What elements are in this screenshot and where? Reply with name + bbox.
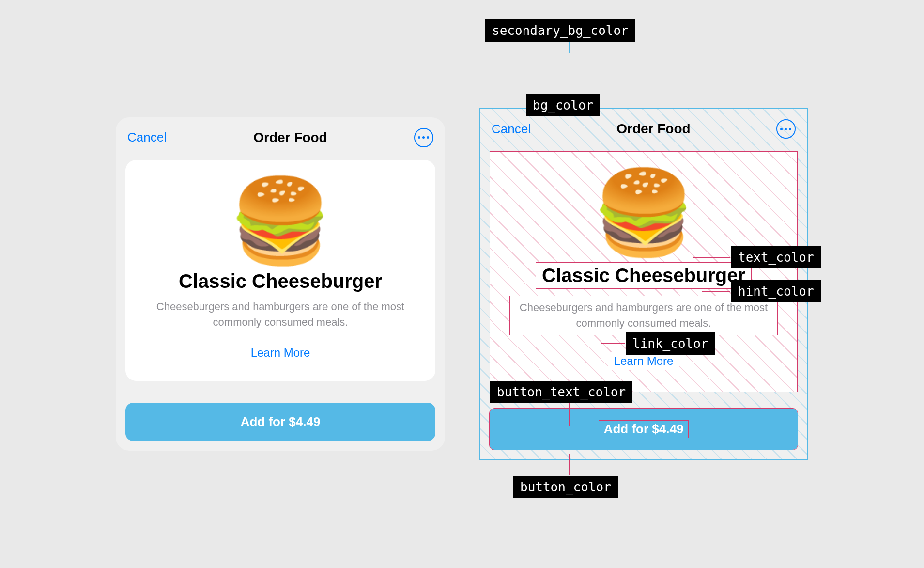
add-button-label: Add for $4.49 <box>599 420 689 438</box>
footer: Add for $4.49 <box>116 393 445 451</box>
product-description: Cheeseburgers and hamburgers are one of … <box>145 299 416 330</box>
product-card: 🍔 Classic Cheeseburger Cheeseburgers and… <box>125 160 435 381</box>
more-icon[interactable] <box>776 119 796 139</box>
add-button[interactable]: Add for $4.49 <box>125 403 435 441</box>
leader-line <box>601 343 625 344</box>
leader-line <box>569 403 570 426</box>
page-title: Order Food <box>616 121 690 137</box>
footer: Add for $4.49 <box>480 404 807 459</box>
more-icon[interactable] <box>414 128 433 147</box>
topbar: Cancel Order Food <box>116 117 445 154</box>
leader-line <box>693 257 730 258</box>
leader-line <box>569 454 570 475</box>
burger-icon: 🍔 <box>592 171 695 253</box>
learn-more-link[interactable]: Learn More <box>251 346 310 360</box>
cancel-button[interactable]: Cancel <box>127 130 167 145</box>
annotation-text: text_color <box>731 246 821 268</box>
add-button-label: Add for $4.49 <box>241 414 321 429</box>
page-title: Order Food <box>253 130 327 145</box>
annotation-secondary-bg: secondary_bg_color <box>485 19 635 42</box>
annotation-button-text: button_text_color <box>490 381 632 403</box>
product-title: Classic Cheeseburger <box>179 270 382 292</box>
leader-line <box>569 41 570 53</box>
annotation-link: link_color <box>626 332 715 355</box>
annotation-bg: bg_color <box>526 94 600 116</box>
annotation-hint: hint_color <box>731 280 821 302</box>
burger-icon: 🍔 <box>229 179 332 262</box>
leader-line <box>702 291 730 292</box>
annotation-button: button_color <box>513 476 618 498</box>
product-title: Classic Cheeseburger <box>536 262 752 289</box>
cancel-button[interactable]: Cancel <box>492 122 531 137</box>
product-card: 🍔 Classic Cheeseburger Cheeseburgers and… <box>490 151 798 392</box>
app-panel-rendered: Cancel Order Food 🍔 Classic Cheeseburger… <box>116 117 445 451</box>
add-button[interactable]: Add for $4.49 <box>490 409 798 450</box>
